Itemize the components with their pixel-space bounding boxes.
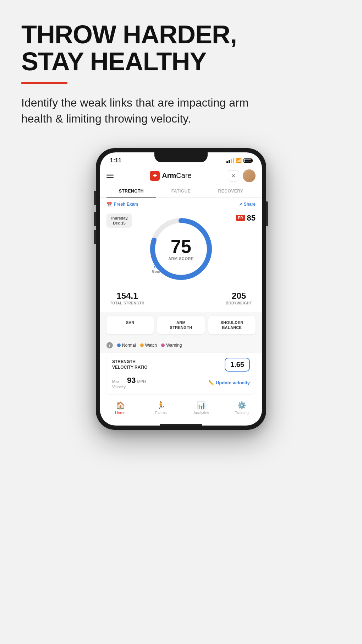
home-icon: 🏠: [116, 401, 125, 410]
phone-screen: 1:11 📶: [100, 152, 262, 426]
legend-warning: Warning: [161, 343, 182, 348]
bodyweight-value: 205: [226, 291, 252, 301]
arm-score-label: ARM SCORE: [168, 256, 194, 261]
nav-home-label: Home: [115, 411, 125, 415]
app-header: ✚ ArmCare ✕: [100, 167, 262, 185]
arm-score-value: 75: [168, 237, 194, 256]
fresh-exam-button[interactable]: 📅 Fresh Exam: [106, 202, 138, 207]
cat-arm-strength-button[interactable]: ARMSTRENGTH: [157, 316, 204, 335]
hero-title: THROW HARDER, STAY HEALTHY: [21, 21, 341, 75]
nav-analytics[interactable]: 📊 Analytics: [181, 401, 221, 415]
cat-shoulder-balance-button[interactable]: SHOULDERBALANCE: [208, 316, 256, 335]
status-time: 1:11: [110, 157, 121, 164]
circle-container: 75 ARM SCORE 70 Goal: [146, 213, 216, 285]
tab-recovery[interactable]: RECOVERY: [206, 185, 256, 197]
warning-dot: [161, 343, 165, 347]
svr-card: STRENGTH VELOCITY RATIO 1.65 MaxVelocity…: [106, 353, 256, 394]
watch-dot: [140, 343, 144, 347]
max-vel-value: 93: [127, 376, 136, 385]
header-right: ✕: [228, 169, 256, 182]
training-icon: ⚙️: [237, 401, 246, 410]
home-bar: [160, 424, 202, 426]
phone-wrapper: 1:11 📶: [0, 137, 362, 451]
nav-training[interactable]: ⚙️ Training: [221, 401, 262, 415]
nav-exams-label: Exams: [155, 411, 167, 415]
max-vel-unit: MPH: [137, 379, 146, 384]
tabs-row: STRENGTH FATIGUE RECOVERY: [100, 185, 262, 197]
logo-cross-icon: ✚: [153, 173, 157, 178]
nav-exams[interactable]: 🏃 Exams: [141, 401, 181, 415]
goal-label: 70 Goal: [152, 264, 160, 274]
phone-notch: [154, 152, 208, 162]
svr-title: STRENGTH VELOCITY RATIO: [112, 359, 148, 370]
share-button[interactable]: ↗ Share: [239, 202, 256, 207]
max-velocity: MaxVelocity 93 MPH: [112, 376, 146, 389]
calendar-small-icon: 📅: [106, 202, 112, 207]
legend-normal: Normal: [117, 343, 136, 348]
logo-shield: ✚: [150, 171, 160, 181]
hero-section: THROW HARDER, STAY HEALTHY Identify the …: [0, 0, 362, 137]
app-logo: ✚ ArmCare: [150, 171, 191, 181]
status-icons: 📶: [226, 158, 252, 163]
svr-value-box: 1.65: [225, 358, 250, 372]
stats-row: 154.1 TOTAL STRENGTH 205 BODYWEIGHT: [106, 288, 256, 307]
analytics-icon: 📊: [197, 401, 206, 410]
nav-home[interactable]: 🏠 Home: [100, 401, 141, 415]
tab-fatigue[interactable]: FATIGUE: [156, 185, 206, 197]
exams-icon: 🏃: [157, 401, 165, 410]
cat-svr-button[interactable]: SVR: [106, 316, 154, 335]
score-section: 📅 Fresh Exam ↗ Share Thursday, Dec 15 PR: [100, 197, 262, 312]
calendar-icon: ✕: [231, 173, 236, 179]
svr-details: MaxVelocity 93 MPH ✏️ Update velocity: [112, 376, 250, 389]
normal-dot: [117, 343, 121, 347]
avatar[interactable]: [243, 169, 256, 182]
score-main: Thursday, Dec 15 PR 85 75: [106, 210, 256, 307]
pr-badge: PR 85: [236, 213, 256, 223]
info-button[interactable]: i: [106, 342, 113, 348]
calendar-button[interactable]: ✕: [228, 170, 239, 182]
nav-analytics-label: Analytics: [193, 411, 209, 415]
total-strength-stat: 154.1 TOTAL STRENGTH: [110, 291, 144, 305]
category-row: SVR ARMSTRENGTH SHOULDERBALANCE: [100, 312, 262, 338]
total-strength-value: 154.1: [110, 291, 144, 301]
svr-header: STRENGTH VELOCITY RATIO 1.65: [112, 358, 250, 372]
hero-divider: [21, 82, 67, 84]
bottom-nav: 🏠 Home 🏃 Exams 📊 Analytics ⚙️ Training: [100, 398, 262, 422]
share-icon: ↗: [239, 202, 242, 207]
signal-icon: [226, 158, 234, 163]
tab-strength[interactable]: STRENGTH: [106, 185, 156, 197]
max-vel-label: MaxVelocity: [112, 379, 126, 389]
hero-subtitle: Identify the weak links that are impacti…: [21, 95, 270, 127]
pr-number: 85: [247, 213, 256, 223]
phone-vol-down: [94, 230, 96, 244]
update-velocity-button[interactable]: ✏️ Update velocity: [208, 380, 250, 385]
legend-row: i Normal Watch Warning: [100, 338, 262, 353]
pr-tag: PR: [236, 215, 245, 221]
phone-outer: 1:11 📶: [96, 148, 266, 430]
nav-training-label: Training: [235, 411, 248, 415]
avatar-face: [243, 169, 256, 182]
wifi-icon: 📶: [236, 158, 242, 163]
phone-vol-up: [94, 212, 96, 226]
score-top-row: 📅 Fresh Exam ↗ Share: [106, 202, 256, 207]
circle-center: 75 ARM SCORE: [168, 237, 194, 261]
bodyweight-stat: 205 BODYWEIGHT: [226, 291, 252, 305]
total-strength-label: TOTAL STRENGTH: [110, 301, 144, 305]
logo-text: ArmCare: [162, 172, 191, 180]
legend-watch: Watch: [140, 343, 157, 348]
date-badge: Thursday, Dec 15: [106, 213, 132, 228]
hamburger-menu[interactable]: [106, 174, 114, 178]
bodyweight-label: BODYWEIGHT: [226, 301, 252, 305]
battery-icon: [243, 158, 252, 163]
pencil-icon: ✏️: [208, 380, 214, 385]
